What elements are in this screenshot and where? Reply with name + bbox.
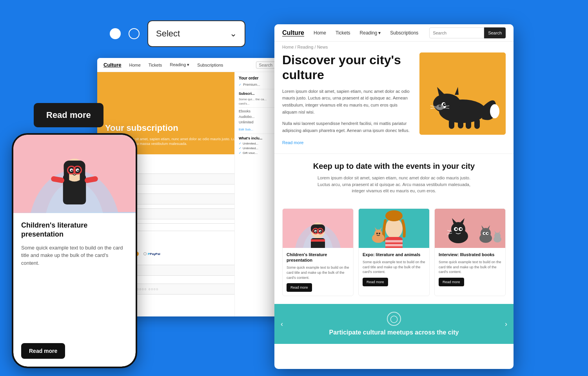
card-3-illustration — [435, 209, 505, 248]
chat-icon: ◯ — [387, 312, 401, 326]
front-nav-search-input[interactable] — [429, 27, 484, 38]
back-nav-subscriptions[interactable]: Subscriptions — [197, 63, 223, 67]
front-read-more-link[interactable]: Read more — [282, 140, 303, 145]
card-3-read-more-button[interactable]: Read more — [439, 278, 464, 286]
svg-point-15 — [77, 170, 79, 171]
svg-rect-67 — [385, 240, 403, 242]
front-nav-home[interactable]: Home — [314, 30, 326, 36]
front-page-title: Discover your city's culture — [282, 52, 412, 83]
mobile-read-more-button[interactable]: Read more — [21, 343, 65, 359]
svg-point-95 — [494, 233, 501, 239]
back-nav-search[interactable]: Search — [256, 61, 275, 69]
front-nav-subscriptions[interactable]: Subscriptions — [390, 30, 418, 36]
front-footer: ◯ Participate cultural meetups across th… — [274, 304, 514, 344]
card-1-read-more-button[interactable]: Read more — [287, 283, 312, 292]
svg-point-92 — [484, 233, 485, 234]
card-2-read-more-button[interactable]: Read more — [363, 278, 388, 286]
card-1-text: Some quick example text to build on the … — [287, 265, 349, 280]
front-cards-row: Children's literature presentation Some … — [274, 208, 514, 304]
footer-arrow-left-icon[interactable]: ‹ — [281, 320, 283, 328]
fox-illustration — [419, 52, 506, 135]
front-content-left: Discover your city's culture Lorem ipsum… — [282, 52, 412, 146]
front-content-text1: Lorem ipsum dolor sit amet, sapien etiam… — [282, 88, 412, 116]
front-nav-search-container: Search — [429, 27, 506, 38]
card-1-image — [283, 209, 353, 248]
front-nav-tickets[interactable]: Tickets — [336, 30, 350, 36]
card-3-image — [435, 209, 505, 248]
svg-point-37 — [445, 104, 446, 105]
front-nav-reading[interactable]: Reading ▾ — [360, 30, 381, 36]
back-order-premium: Premium... — [243, 83, 260, 87]
dot-indicator-1[interactable] — [110, 28, 121, 39]
svg-point-65 — [385, 210, 403, 221]
front-keep-up-title: Keep up to date with the events in your … — [282, 162, 506, 171]
back-nav-logo: Culture — [103, 62, 122, 68]
read-more-float-button[interactable]: Read more — [34, 103, 103, 127]
front-keep-up-text: Lorem ipsum dolor sit amet, sapien etiam… — [316, 175, 472, 194]
front-content-area: Discover your city's culture Lorem ipsum… — [274, 52, 514, 154]
ebooks-label: Ebooks — [239, 109, 250, 113]
card-3-text: Some quick example text to build on the … — [439, 260, 501, 275]
card-1-title: Children's literature presentation — [287, 252, 349, 263]
card-1-illustration — [283, 209, 353, 248]
mobile-card-text: Some quick example text to build on the … — [21, 244, 128, 267]
desktop-front-mockup: Culture Home Tickets Reading ▾ Subscript… — [274, 24, 514, 369]
edit-sub-link[interactable]: Edit Sub... — [239, 128, 253, 131]
wi-check2: ✓ — [239, 146, 241, 150]
svg-rect-48 — [474, 118, 480, 129]
dot-indicator-2[interactable] — [129, 28, 140, 39]
wi-label3: Gift vouc... — [243, 151, 258, 155]
card-2-image — [359, 209, 429, 248]
back-audiobooks: Audiobo... — [239, 115, 278, 119]
back-nav: Culture Home Tickets Reading ▾ Subscript… — [97, 58, 281, 72]
paypal-icon: PPayPal — [148, 252, 160, 256]
back-divider2 — [239, 107, 278, 108]
svg-point-59 — [315, 231, 316, 232]
svg-point-82 — [456, 228, 457, 230]
back-nav-tickets[interactable]: Tickets — [149, 63, 162, 67]
svg-point-39 — [439, 105, 441, 107]
reading-chevron: ▾ — [378, 30, 381, 36]
svg-rect-45 — [449, 119, 454, 129]
mobile-mockup: Children's literature presentation Some … — [12, 133, 137, 368]
back-edit-sub: Edit Sub... — [239, 127, 278, 131]
front-footer-text: Participate cultural meetups across the … — [282, 329, 506, 336]
card-3-title: Interview: Illustrated books — [439, 252, 501, 257]
girl-illustration — [13, 135, 136, 213]
breadcrumb-text: Home / Reading / News — [282, 45, 328, 49]
back-nav-home[interactable]: Home — [129, 63, 141, 67]
svg-rect-68 — [385, 244, 403, 246]
back-order-item1: ✓ Premium... — [239, 83, 278, 87]
svg-point-93 — [487, 233, 488, 234]
unlimited-label: Unlimited — [239, 120, 254, 124]
front-content-text2: Nulla wisi laoreet suspendisse hendrerit… — [282, 120, 412, 134]
select-dropdown[interactable]: Select ⌄ — [147, 20, 245, 47]
svg-rect-62 — [311, 239, 325, 242]
mobile-card-body: Children's literature presentation Some … — [13, 213, 136, 367]
svg-point-32 — [433, 94, 461, 113]
footer-arrow-right-icon[interactable]: › — [505, 320, 507, 328]
paypal-option[interactable]: PPayPal — [143, 252, 160, 256]
paypal-radio[interactable] — [143, 252, 147, 255]
back-divider — [239, 89, 278, 89]
check-icon-1: ✓ — [239, 83, 241, 87]
svg-point-87 — [481, 228, 491, 238]
front-nav-search-button[interactable]: Search — [484, 27, 506, 38]
back-sub-desc: Some qui... the ca... card's... — [239, 97, 278, 106]
svg-point-60 — [320, 231, 321, 232]
back-nav-reading[interactable]: Reading ▾ — [170, 62, 189, 67]
svg-point-73 — [376, 233, 378, 234]
back-unlimited: Unlimited — [239, 120, 278, 124]
mobile-card-title: Children's literature presentation — [21, 221, 128, 239]
wi-check1: ✓ — [239, 142, 241, 145]
wi-label1: Unlimited... — [243, 142, 258, 145]
svg-point-74 — [379, 233, 380, 234]
card-2-illustration — [359, 209, 429, 248]
audiobooks-label: Audiobo... — [239, 115, 255, 119]
card-3-body: Interview: Illustrated books Some quick … — [435, 248, 505, 290]
front-nav: Culture Home Tickets Reading ▾ Subscript… — [274, 24, 514, 42]
back-what-title: What's inclu... — [239, 136, 278, 140]
back-divider3 — [239, 134, 278, 134]
svg-rect-46 — [458, 120, 463, 128]
svg-point-14 — [71, 170, 73, 171]
